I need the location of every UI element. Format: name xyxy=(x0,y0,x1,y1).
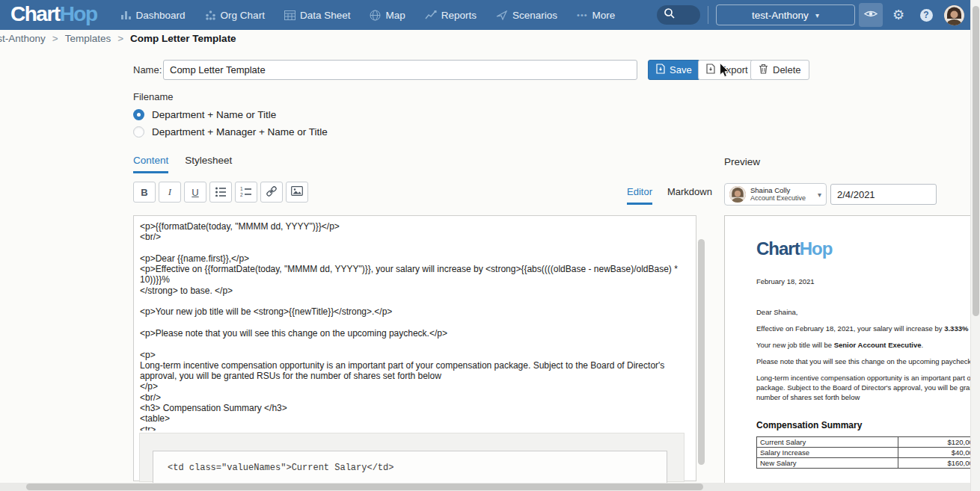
para-text: Your new job title will be xyxy=(756,341,834,349)
name-label: Name: xyxy=(133,64,162,75)
template-code-content[interactable]: <p>{{formatDate(today, "MMMM dd, YYYY")}… xyxy=(140,221,684,430)
search-button[interactable] xyxy=(657,5,700,25)
link-button[interactable] xyxy=(260,182,283,203)
export-button-label: Export xyxy=(720,64,748,75)
code-snippet-box[interactable]: <td class="valueNames">Current Salary</t… xyxy=(153,451,667,484)
table-row: New Salary $160,000 xyxy=(757,458,971,469)
nav-item-reports[interactable]: Reports xyxy=(425,10,477,21)
org-selector[interactable]: test-Anthony ▾ xyxy=(716,4,855,25)
person-selector-text: Shaina Colly Account Executive xyxy=(750,187,813,202)
radio-unselected-icon[interactable] xyxy=(133,126,144,138)
svg-text:2: 2 xyxy=(240,192,243,197)
row-label: Salary Increase xyxy=(757,448,898,458)
chevron-down-icon: ▾ xyxy=(815,11,819,19)
letter-preview-document: ChartHop February 18, 2021 Dear Shaina, … xyxy=(724,215,970,491)
export-button[interactable]: Export xyxy=(698,60,756,80)
row-value: $120,000 xyxy=(898,437,971,448)
trash-icon xyxy=(759,64,768,76)
bold-button[interactable]: B xyxy=(133,182,156,203)
save-button[interactable]: Save xyxy=(648,60,700,80)
nav-item-scenarios[interactable]: Scenarios xyxy=(496,10,557,21)
org-chart-icon xyxy=(205,10,216,20)
nav-item-label: Scenarios xyxy=(512,10,557,21)
charthop-logo[interactable]: ChartHop xyxy=(0,2,111,28)
logo-text-chart: Chart xyxy=(10,2,60,25)
para-text: Effective on February 18, 2021, your sal… xyxy=(756,324,944,333)
underline-button[interactable]: U xyxy=(184,182,206,203)
nav-item-org-chart[interactable]: Org Chart xyxy=(205,10,265,21)
breadcrumb-separator: > xyxy=(117,33,123,44)
link-icon xyxy=(266,185,278,200)
delete-button[interactable]: Delete xyxy=(750,60,809,80)
tab-content[interactable]: Content xyxy=(133,155,168,173)
tab-markdown[interactable]: Markdown xyxy=(667,186,712,205)
row-value: $160,000 xyxy=(898,458,971,469)
nav-item-map[interactable]: Map xyxy=(370,10,405,21)
template-code-editor[interactable]: <p>{{formatDate(today, "MMMM dd, YYYY")}… xyxy=(133,215,696,481)
delete-button-label: Delete xyxy=(773,64,801,75)
view-eye-button[interactable] xyxy=(859,3,883,27)
row-label: Current Salary xyxy=(757,437,898,448)
settings-button[interactable]: ⚙ xyxy=(886,3,910,27)
preview-person-selector[interactable]: Shaina Colly Account Executive ▾ xyxy=(724,183,827,206)
nav-item-more[interactable]: ••• More xyxy=(577,10,615,21)
bullet-list-icon xyxy=(215,186,227,199)
radio-selected-icon[interactable] xyxy=(133,109,144,120)
document-paragraph-salary: Effective on February 18, 2021, your sal… xyxy=(756,324,970,333)
nav-item-dashboard[interactable]: Dashboard xyxy=(120,10,186,21)
nav-item-label: Reports xyxy=(441,10,477,21)
italic-button[interactable]: I xyxy=(159,182,181,203)
tab-stylesheet[interactable]: Stylesheet xyxy=(185,155,232,173)
compensation-summary-heading: Compensation Summary xyxy=(756,420,970,430)
breadcrumb-org[interactable]: test-Anthony xyxy=(0,33,46,44)
document-paragraph-rsu: Long-term incentive compensation opportu… xyxy=(756,373,970,402)
row-label: New Salary xyxy=(757,458,898,469)
eye-icon xyxy=(864,8,878,22)
map-icon xyxy=(370,10,381,21)
horizontal-scrollbar-thumb[interactable] xyxy=(26,484,703,490)
row-value: $40,000 xyxy=(898,448,971,458)
editor-mode-tabs: Editor Markdown xyxy=(627,186,712,205)
nav-item-label: Org Chart xyxy=(221,10,265,21)
breadcrumb: test-Anthony > Templates > Comp Letter T… xyxy=(0,33,236,44)
breadcrumb-templates[interactable]: Templates xyxy=(65,33,111,44)
chevron-down-icon: ▾ xyxy=(818,191,821,199)
doc-logo-chart: Chart xyxy=(756,238,800,259)
image-icon xyxy=(291,186,303,198)
logo-text-hop: Hop xyxy=(60,2,97,25)
image-button[interactable] xyxy=(286,182,308,203)
document-paragraph-paycheck: Please note that you will see this chang… xyxy=(756,356,970,366)
window-horizontal-scrollbar[interactable] xyxy=(0,483,970,491)
document-salutation: Dear Shaina, xyxy=(756,307,970,317)
document-charthop-logo: ChartHop xyxy=(756,238,970,259)
nav-item-data-sheet[interactable]: Data Sheet xyxy=(284,10,351,21)
nav-item-label: Data Sheet xyxy=(300,10,351,21)
nav-item-label: Dashboard xyxy=(136,10,186,21)
breadcrumb-separator: > xyxy=(52,33,58,44)
filename-option-dept-manager-name[interactable]: Department + Manager + Name or Title xyxy=(133,126,328,138)
nav-item-label: Map xyxy=(385,10,405,21)
preview-date-input[interactable] xyxy=(830,184,937,205)
template-name-input[interactable] xyxy=(163,60,637,80)
para-text: . xyxy=(922,341,924,349)
data-sheet-icon xyxy=(284,10,295,20)
filename-option-dept-name[interactable]: Department + Name or Title xyxy=(133,109,276,120)
org-selector-label: test-Anthony xyxy=(752,10,809,21)
vertical-scrollbar-thumb[interactable] xyxy=(973,6,979,316)
help-icon: ? xyxy=(920,9,933,22)
help-button[interactable]: ? xyxy=(914,3,938,27)
breadcrumb-current-page: Comp Letter Template xyxy=(130,33,236,44)
save-icon xyxy=(656,64,665,76)
bullet-list-button[interactable] xyxy=(209,182,232,203)
numbered-list-button[interactable]: 12 xyxy=(235,182,257,203)
window-vertical-scrollbar[interactable] xyxy=(970,0,980,491)
scenarios-icon xyxy=(496,10,508,20)
editor-toolbar: B I U 12 xyxy=(133,182,308,203)
tab-editor[interactable]: Editor xyxy=(627,186,652,205)
user-avatar[interactable] xyxy=(944,5,964,25)
editor-scrollbar[interactable] xyxy=(698,239,705,465)
table-row: Current Salary $120,000 xyxy=(757,437,971,448)
filename-label: Filename xyxy=(133,91,173,102)
code-snippet-panel: <td class="valueNames">Current Salary</t… xyxy=(139,433,685,482)
dashboard-icon xyxy=(120,10,132,20)
